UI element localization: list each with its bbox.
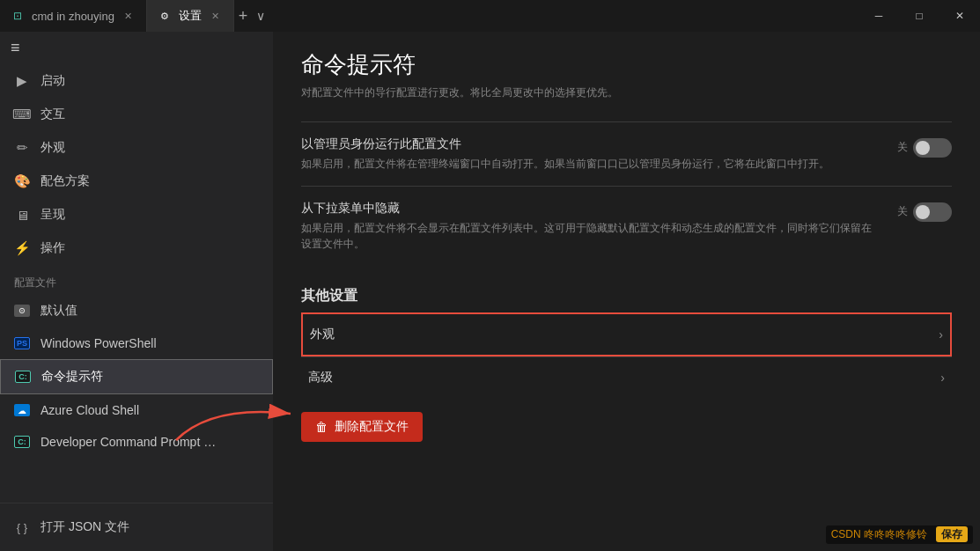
hide-from-dropdown-text: 从下拉菜单中隐藏 如果启用，配置文件将不会显示在配置文件列表中。这可用于隐藏默认…: [301, 201, 880, 252]
titlebar: ⊡ cmd in zhouying ✕ ⚙ 设置 ✕ + ∨ ─ □ ✕: [0, 0, 980, 32]
run-as-admin-toggle[interactable]: [913, 138, 952, 158]
new-tab-button[interactable]: +: [234, 7, 252, 25]
sidebar-menu-toggle[interactable]: ≡: [0, 32, 273, 64]
cmd-tab-icon: ⊡: [11, 9, 25, 23]
tab-cmd-label: cmd in zhouying: [32, 10, 114, 23]
sidebar-item-powershell[interactable]: PS Windows PowerShell: [0, 327, 273, 359]
sidebar-item-appearance-label: 外观: [41, 140, 65, 156]
tab-settings[interactable]: ⚙ 设置 ✕: [147, 0, 234, 32]
settings-tab-icon: ⚙: [158, 9, 172, 23]
powershell-icon: PS: [14, 337, 30, 349]
sidebar: ≡ ▶ 启动 ⌨ 交互 ✏ 外观 🎨 配色方案 🖥 呈现 ⚡ 操作 配置文件: [0, 32, 273, 551]
delete-icon: 🗑: [315, 420, 328, 434]
run-as-admin-desc: 如果启用，配置文件将在管理终端窗口中自动打开。如果当前窗口口已以管理员身份运行，…: [301, 156, 880, 172]
run-as-admin-toggle-label: 关: [897, 140, 908, 155]
appearance-chevron-icon: ›: [939, 327, 943, 342]
sidebar-item-defaults[interactable]: ⊙ 默认值: [0, 294, 273, 327]
hide-from-dropdown-row: 从下拉菜单中隐藏 如果启用，配置文件将不会显示在配置文件列表中。这可用于隐藏默认…: [301, 186, 952, 266]
sidebar-item-appearance[interactable]: ✏ 外观: [0, 131, 273, 165]
defaults-icon: ⊙: [14, 305, 30, 317]
cmd-icon: C:: [15, 371, 31, 383]
run-as-admin-text: 以管理员身份运行此配置文件 如果启用，配置文件将在管理终端窗口中自动打开。如果当…: [301, 136, 880, 172]
hide-from-dropdown-desc: 如果启用，配置文件将不会显示在配置文件列表中。这可用于隐藏默认配置文件和动态生成…: [301, 220, 880, 252]
appearance-link-label: 外观: [310, 327, 335, 342]
rendering-icon: 🖥: [14, 207, 30, 223]
tab-cmd-close[interactable]: ✕: [122, 9, 136, 23]
appearance-icon: ✏: [14, 140, 30, 156]
run-as-admin-label: 以管理员身份运行此配置文件: [301, 136, 880, 152]
watermark-text: CSDN 咚咚咚咚修铃: [831, 528, 927, 540]
main-layout: ≡ ▶ 启动 ⌨ 交互 ✏ 外观 🎨 配色方案 🖥 呈现 ⚡ 操作 配置文件: [0, 32, 980, 551]
content-area: 命令提示符 对配置文件中的导行配置进行更改。将比全局更改中的选择更优先。 以管理…: [273, 32, 980, 551]
close-button[interactable]: ✕: [939, 0, 980, 32]
sidebar-item-colorscheme[interactable]: 🎨 配色方案: [0, 165, 273, 198]
appearance-link-row[interactable]: 外观 ›: [301, 312, 952, 356]
hide-from-dropdown-label: 从下拉菜单中隐藏: [301, 201, 880, 217]
sidebar-item-azure-label: Azure Cloud Shell: [41, 403, 139, 417]
sidebar-item-colorscheme-label: 配色方案: [41, 173, 90, 189]
hide-from-dropdown-toggle-label: 关: [897, 204, 908, 219]
delete-profile-label: 删除配置文件: [335, 419, 409, 435]
sidebar-item-actions-label: 操作: [41, 240, 65, 256]
devprompt-icon: C:: [14, 436, 30, 448]
tab-cmd[interactable]: ⊡ cmd in zhouying ✕: [0, 0, 147, 32]
open-json-label: 打开 JSON 文件: [41, 519, 129, 535]
advanced-link-row[interactable]: 高级 ›: [301, 356, 952, 398]
sidebar-item-rendering-label: 呈现: [41, 207, 65, 223]
azure-icon: ☁: [14, 404, 30, 416]
advanced-link-label: 高级: [308, 370, 333, 386]
actions-icon: ⚡: [14, 240, 30, 256]
sidebar-item-defaults-label: 默认值: [41, 303, 77, 319]
advanced-chevron-icon: ›: [940, 371, 945, 385]
profiles-section-label: 配置文件: [0, 265, 273, 294]
sidebar-item-interaction-label: 交互: [41, 107, 65, 122]
interaction-icon: ⌨: [14, 107, 30, 122]
hamburger-icon: ≡: [11, 39, 20, 57]
colorscheme-icon: 🎨: [14, 173, 30, 189]
page-subtitle: 对配置文件中的导行配置进行更改。将比全局更改中的选择更优先。: [301, 85, 952, 100]
sidebar-item-devprompt-label: Developer Command Prompt for VS 202: [41, 435, 217, 449]
minimize-button[interactable]: ─: [858, 0, 899, 32]
tab-settings-close[interactable]: ✕: [209, 9, 223, 23]
page-title: 命令提示符: [301, 49, 952, 80]
sidebar-item-cmd[interactable]: C: 命令提示符: [0, 359, 273, 394]
run-as-admin-toggle-container: 关: [897, 138, 952, 158]
sidebar-item-devprompt[interactable]: C: Developer Command Prompt for VS 202: [0, 426, 273, 458]
tab-dropdown-button[interactable]: ∨: [252, 7, 269, 25]
sidebar-item-rendering[interactable]: 🖥 呈现: [0, 198, 273, 231]
maximize-button[interactable]: □: [899, 0, 939, 32]
sidebar-item-startup[interactable]: ▶ 启动: [0, 64, 273, 98]
hide-from-dropdown-toggle[interactable]: [913, 202, 952, 222]
content-inner: 命令提示符 对配置文件中的导行配置进行更改。将比全局更改中的选择更优先。 以管理…: [273, 32, 980, 459]
save-watermark-button[interactable]: 保存: [936, 526, 968, 542]
sidebar-bottom: { } 打开 JSON 文件: [0, 503, 273, 551]
sidebar-item-powershell-label: Windows PowerShell: [41, 336, 157, 350]
sidebar-item-cmd-label: 命令提示符: [41, 369, 103, 385]
run-as-admin-row: 以管理员身份运行此配置文件 如果启用，配置文件将在管理终端窗口中自动打开。如果当…: [301, 121, 952, 186]
other-settings-header: 其他设置: [301, 287, 952, 305]
watermark: CSDN 咚咚咚咚修铃 保存: [826, 525, 973, 544]
sidebar-item-interaction[interactable]: ⌨ 交互: [0, 98, 273, 131]
delete-profile-button[interactable]: 🗑 删除配置文件: [301, 412, 423, 442]
sidebar-item-azure[interactable]: ☁ Azure Cloud Shell: [0, 394, 273, 426]
json-icon: { }: [14, 519, 30, 535]
sidebar-item-actions[interactable]: ⚡ 操作: [0, 231, 273, 265]
window-controls: ─ □ ✕: [858, 0, 980, 32]
hide-from-dropdown-toggle-container: 关: [897, 202, 952, 222]
open-json-button[interactable]: { } 打开 JSON 文件: [0, 511, 273, 544]
startup-icon: ▶: [14, 73, 30, 89]
tab-settings-label: 设置: [179, 8, 202, 24]
titlebar-tabs: ⊡ cmd in zhouying ✕ ⚙ 设置 ✕ + ∨: [0, 0, 858, 32]
sidebar-item-startup-label: 启动: [41, 73, 65, 89]
